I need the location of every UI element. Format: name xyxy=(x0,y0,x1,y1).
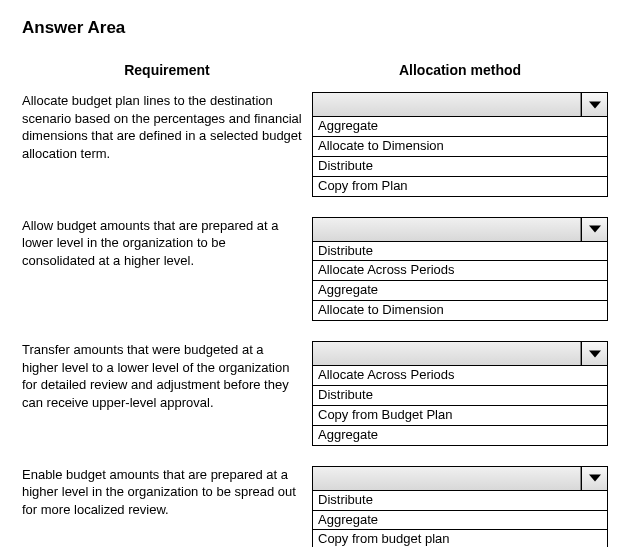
select-option[interactable]: Allocate to Dimension xyxy=(313,137,607,157)
column-headers: Requirement Allocation method xyxy=(22,62,608,78)
requirement-text: Allow budget amounts that are prepared a… xyxy=(22,217,312,270)
question-row: Allow budget amounts that are prepared a… xyxy=(22,217,608,322)
select-option[interactable]: Copy from Plan xyxy=(313,177,607,196)
select-option[interactable]: Allocate to Dimension xyxy=(313,301,607,320)
allocation-cell: Allocate Across PeriodsDistributeCopy fr… xyxy=(312,341,608,446)
chevron-down-icon[interactable] xyxy=(581,342,607,365)
svg-marker-1 xyxy=(589,225,601,232)
select-value xyxy=(313,93,581,116)
allocation-select[interactable]: Allocate Across PeriodsDistributeCopy fr… xyxy=(312,341,608,446)
svg-marker-3 xyxy=(589,475,601,482)
chevron-down-icon[interactable] xyxy=(581,93,607,116)
select-option[interactable]: Aggregate xyxy=(313,426,607,445)
select-value xyxy=(313,467,581,490)
page-title: Answer Area xyxy=(22,18,608,38)
select-option[interactable]: Allocate Across Periods xyxy=(313,261,607,281)
select-option[interactable]: Distribute xyxy=(313,157,607,177)
select-option[interactable]: Distribute xyxy=(313,242,607,262)
select-option[interactable]: Copy from budget plan xyxy=(313,530,607,547)
question-row: Enable budget amounts that are prepared … xyxy=(22,466,608,547)
requirement-text: Allocate budget plan lines to the destin… xyxy=(22,92,312,162)
select-value xyxy=(313,342,581,365)
allocation-cell: AggregateAllocate to DimensionDistribute… xyxy=(312,92,608,197)
select-header[interactable] xyxy=(313,93,607,117)
allocation-cell: DistributeAllocate Across PeriodsAggrega… xyxy=(312,217,608,322)
allocation-header: Allocation method xyxy=(312,62,608,78)
select-option[interactable]: Distribute xyxy=(313,491,607,511)
requirement-text: Enable budget amounts that are prepared … xyxy=(22,466,312,519)
svg-marker-2 xyxy=(589,350,601,357)
allocation-select[interactable]: DistributeAggregateCopy from budget plan… xyxy=(312,466,608,547)
select-option[interactable]: Copy from Budget Plan xyxy=(313,406,607,426)
select-value xyxy=(313,218,581,241)
requirement-header: Requirement xyxy=(22,62,312,78)
allocation-select[interactable]: AggregateAllocate to DimensionDistribute… xyxy=(312,92,608,197)
select-option[interactable]: Aggregate xyxy=(313,511,607,531)
select-option[interactable]: Aggregate xyxy=(313,117,607,137)
chevron-down-icon[interactable] xyxy=(581,218,607,241)
select-header[interactable] xyxy=(313,218,607,242)
question-row: Transfer amounts that were budgeted at a… xyxy=(22,341,608,446)
select-header[interactable] xyxy=(313,342,607,366)
select-header[interactable] xyxy=(313,467,607,491)
svg-marker-0 xyxy=(589,101,601,108)
select-option[interactable]: Allocate Across Periods xyxy=(313,366,607,386)
allocation-cell: DistributeAggregateCopy from budget plan… xyxy=(312,466,608,547)
chevron-down-icon[interactable] xyxy=(581,467,607,490)
select-option[interactable]: Aggregate xyxy=(313,281,607,301)
question-row: Allocate budget plan lines to the destin… xyxy=(22,92,608,197)
requirement-text: Transfer amounts that were budgeted at a… xyxy=(22,341,312,411)
select-option[interactable]: Distribute xyxy=(313,386,607,406)
allocation-select[interactable]: DistributeAllocate Across PeriodsAggrega… xyxy=(312,217,608,322)
